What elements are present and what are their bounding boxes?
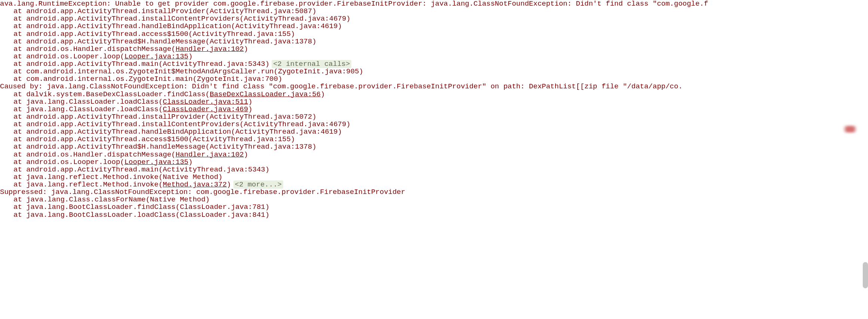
exception-header: ava.lang.RuntimeException: Unable to get… [0, 0, 868, 7]
stack-frame: at android.app.ActivityThread.handleBind… [0, 22, 868, 30]
source-link[interactable]: Method.java:372 [163, 180, 227, 189]
frame-text: at java.lang.BootClassLoader.loadClass(C… [13, 211, 269, 219]
stack-frame: at android.os.Looper.loop(Looper.java:13… [0, 53, 868, 60]
frame-text: at java.lang.BootClassLoader.findClass(C… [13, 203, 269, 211]
vertical-scrollbar-thumb[interactable] [863, 262, 868, 288]
stack-frame: at android.app.ActivityThread$H.handleMe… [0, 38, 868, 45]
source-link[interactable]: ClassLoader.java:469 [163, 105, 248, 113]
frame-text: at android.app.ActivityThread$H.handleMe… [13, 143, 317, 151]
stack-frame: at android.app.ActivityThread.main(Activ… [0, 166, 868, 173]
source-link[interactable]: Handler.java:102 [175, 151, 244, 159]
frame-text: at android.os.Handler.dispatchMessage( [13, 151, 175, 159]
frame-text: at android.app.ActivityThread.main(Activ… [13, 60, 269, 68]
frame-text-tail: ) [227, 180, 231, 189]
stack-frame: at android.os.Looper.loop(Looper.java:13… [0, 158, 868, 166]
frame-text: at java.lang.reflect.Method.invoke(Nativ… [13, 173, 223, 181]
stack-frame: at java.lang.BootClassLoader.findClass(C… [0, 203, 868, 211]
stack-frame: at java.lang.ClassLoader.loadClass(Class… [0, 106, 868, 113]
frame-text-tail: ) [188, 52, 192, 61]
stack-frame: at android.app.ActivityThread.access$150… [0, 30, 868, 38]
frame-text: at com.android.internal.os.ZygoteInit.ma… [13, 75, 282, 83]
stack-frame: at java.lang.BootClassLoader.loadClass(C… [0, 211, 868, 219]
stack-frame: at android.os.Handler.dispatchMessage(Ha… [0, 151, 868, 158]
frame-text: at android.os.Looper.loop( [13, 52, 124, 61]
frame-text: at dalvik.system.BaseDexClassLoader.find… [13, 90, 210, 98]
frame-text: at android.app.ActivityThread.handleBind… [13, 22, 342, 30]
source-link[interactable]: Looper.java:135 [124, 158, 188, 166]
frame-text: at android.os.Looper.loop( [13, 158, 124, 166]
frame-text-tail: ) [244, 45, 248, 53]
stack-trace-console: ava.lang.RuntimeException: Unable to get… [0, 0, 868, 219]
stack-frame: at android.app.ActivityThread.main(Activ… [0, 60, 868, 68]
frame-text: at java.lang.ClassLoader.loadClass( [13, 98, 163, 106]
stack-frame: at dalvik.system.BaseDexClassLoader.find… [0, 91, 868, 98]
frame-text: at android.app.ActivityThread.access$150… [13, 135, 295, 143]
source-link[interactable]: Looper.java:135 [124, 52, 188, 61]
frame-text-tail: ) [188, 158, 192, 166]
frame-text: at android.app.ActivityThread.installPro… [13, 7, 317, 15]
frame-text: at com.android.internal.os.ZygoteInit$Me… [13, 67, 363, 76]
redaction-smudge [842, 126, 858, 133]
stack-frame: at android.app.ActivityThread.installCon… [0, 121, 868, 128]
stack-frame: at android.app.ActivityThread.installPro… [0, 7, 868, 15]
frame-text-tail: ) [321, 90, 325, 98]
frame-text: at android.app.ActivityThread.handleBind… [13, 128, 342, 136]
collapsed-frames-note[interactable]: <2 internal calls> [272, 60, 351, 68]
suppressed-header: Suppressed: java.lang.ClassNotFoundExcep… [0, 188, 868, 196]
frame-text: at android.app.ActivityThread.installCon… [13, 120, 351, 128]
caused-by-header: Caused by: java.lang.ClassNotFoundExcept… [0, 83, 868, 90]
frame-text: at android.app.ActivityThread.access$150… [13, 30, 295, 38]
frame-text: at android.os.Handler.dispatchMessage( [13, 45, 175, 53]
stack-frame: at android.os.Handler.dispatchMessage(Ha… [0, 45, 868, 53]
stack-frame: at java.lang.reflect.Method.invoke(Nativ… [0, 173, 868, 181]
stack-frame: at android.app.ActivityThread$H.handleMe… [0, 143, 868, 151]
stack-frame: at android.app.ActivityThread.access$150… [0, 136, 868, 143]
stack-frame: at android.app.ActivityThread.installPro… [0, 113, 868, 121]
source-link[interactable]: ClassLoader.java:511 [163, 98, 248, 106]
stack-frame: at java.lang.reflect.Method.invoke(Metho… [0, 181, 868, 188]
frame-text: at android.app.ActivityThread.main(Activ… [13, 165, 269, 174]
source-link[interactable]: Handler.java:102 [175, 45, 244, 53]
stack-frame: at com.android.internal.os.ZygoteInit.ma… [0, 75, 868, 83]
stack-frame: at android.app.ActivityThread.installCon… [0, 15, 868, 22]
frame-text-tail: ) [248, 98, 252, 106]
frame-text-tail: ) [248, 105, 252, 113]
stack-frame: at android.app.ActivityThread.handleBind… [0, 128, 868, 136]
source-link[interactable]: BaseDexClassLoader.java:56 [210, 90, 321, 98]
collapsed-frames-note[interactable]: <2 more...> [233, 180, 283, 189]
frame-text: at java.lang.reflect.Method.invoke( [13, 180, 163, 189]
stack-frame: at com.android.internal.os.ZygoteInit$Me… [0, 68, 868, 75]
stack-frame: at java.lang.Class.classForName(Native M… [0, 196, 868, 203]
frame-text: at android.app.ActivityThread.installCon… [13, 15, 351, 23]
frame-text: at android.app.ActivityThread$H.handleMe… [13, 37, 317, 46]
frame-text: at java.lang.ClassLoader.loadClass( [13, 105, 163, 113]
frame-text-tail: ) [244, 151, 248, 159]
frame-text: at java.lang.Class.classForName(Native M… [13, 195, 210, 204]
frame-text: at android.app.ActivityThread.installPro… [13, 113, 317, 121]
stack-frame: at java.lang.ClassLoader.loadClass(Class… [0, 98, 868, 106]
